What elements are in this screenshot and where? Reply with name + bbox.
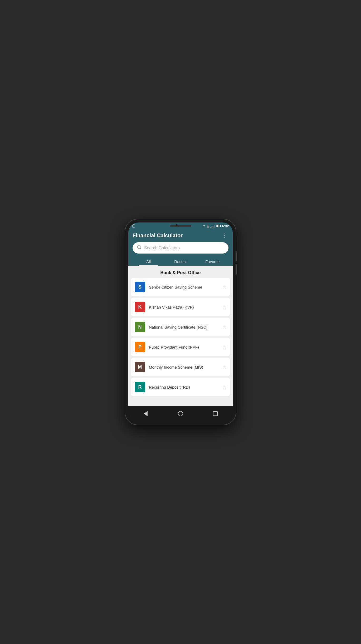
status-time: 6:32 — [222, 224, 229, 228]
rd-label: Recurring Deposit (RD) — [149, 385, 221, 389]
volume-up-button[interactable] — [236, 251, 237, 261]
overflow-menu-button[interactable]: ⋮ — [220, 232, 228, 239]
navigation-bar — [128, 406, 233, 422]
app-title: Financial Calculator — [133, 232, 183, 239]
home-icon — [178, 411, 183, 416]
ppf-icon: P — [135, 342, 145, 352]
nsc-label: National Saving Certificate (NSC) — [149, 325, 221, 329]
content-area: Bank & Post Office S Senior Citizen Savi… — [128, 266, 233, 406]
tab-recent[interactable]: Recent — [164, 257, 196, 266]
rd-star-icon[interactable]: ☆ — [223, 385, 226, 390]
list-item[interactable]: P Public Providant Fund (PPF) ☆ — [131, 338, 230, 356]
app-header: Financial Calculator ⋮ Search Calculator… — [128, 229, 233, 266]
recents-icon — [213, 411, 218, 416]
search-input[interactable]: Search Calculators — [144, 246, 224, 250]
phone-speaker — [170, 225, 191, 227]
scss-icon: S — [135, 282, 145, 292]
moon-icon — [132, 224, 136, 228]
back-button[interactable] — [141, 409, 150, 418]
list-item[interactable]: M Monthly Income Scheme (MIS) ☆ — [131, 358, 230, 376]
search-bar[interactable]: Search Calculators — [133, 242, 228, 254]
phone-camera — [175, 224, 178, 227]
phone-device: ⊙ 6:32 Financial Calculator — [125, 219, 236, 425]
tabs-row: All Recent Favorite — [133, 257, 228, 266]
status-right: ⊙ 6:32 — [203, 224, 229, 228]
scss-star-icon[interactable]: ☆ — [223, 285, 226, 290]
search-icon — [137, 245, 142, 251]
tab-all[interactable]: All — [133, 257, 164, 266]
list-item[interactable]: R Recurring Deposit (RD) ☆ — [131, 378, 230, 396]
kvp-icon: K — [135, 302, 145, 312]
signal-triangle-icon — [207, 225, 209, 228]
mis-label: Monthly Income Scheme (MIS) — [149, 365, 221, 369]
tab-favorite[interactable]: Favorite — [197, 257, 228, 266]
mis-star-icon[interactable]: ☆ — [223, 365, 226, 370]
volume-down-button[interactable] — [236, 264, 237, 275]
section-title: Bank & Post Office — [128, 266, 233, 278]
list-item[interactable]: N National Saving Certificate (NSC) ☆ — [131, 318, 230, 336]
recents-button[interactable] — [211, 409, 220, 418]
back-icon — [144, 411, 148, 416]
wifi-icon: ⊙ — [203, 224, 205, 228]
rd-icon: R — [135, 382, 145, 392]
signal-bars-icon — [211, 225, 214, 228]
mis-icon: M — [135, 362, 145, 372]
ppf-label: Public Providant Fund (PPF) — [149, 345, 221, 349]
kvp-star-icon[interactable]: ☆ — [223, 305, 226, 310]
svg-point-1 — [138, 246, 140, 249]
header-title-row: Financial Calculator ⋮ — [133, 232, 228, 239]
home-button[interactable] — [176, 409, 185, 418]
list-item[interactable]: K Kishan Vikas Patra (KVP) ☆ — [131, 298, 230, 316]
nsc-icon: N — [135, 322, 145, 332]
scss-label: Senior Citizen Saving Scheme — [149, 285, 221, 289]
status-left — [132, 224, 136, 228]
phone-screen: ⊙ 6:32 Financial Calculator — [128, 222, 233, 422]
svg-line-2 — [140, 248, 141, 249]
battery-icon — [216, 225, 221, 227]
ppf-star-icon[interactable]: ☆ — [223, 345, 226, 350]
list-item[interactable]: S Senior Citizen Saving Scheme ☆ — [131, 278, 230, 296]
kvp-label: Kishan Vikas Patra (KVP) — [149, 305, 221, 309]
nsc-star-icon[interactable]: ☆ — [223, 325, 226, 330]
svg-marker-0 — [207, 225, 209, 228]
calculator-list: S Senior Citizen Saving Scheme ☆ K Kisha… — [128, 278, 233, 399]
